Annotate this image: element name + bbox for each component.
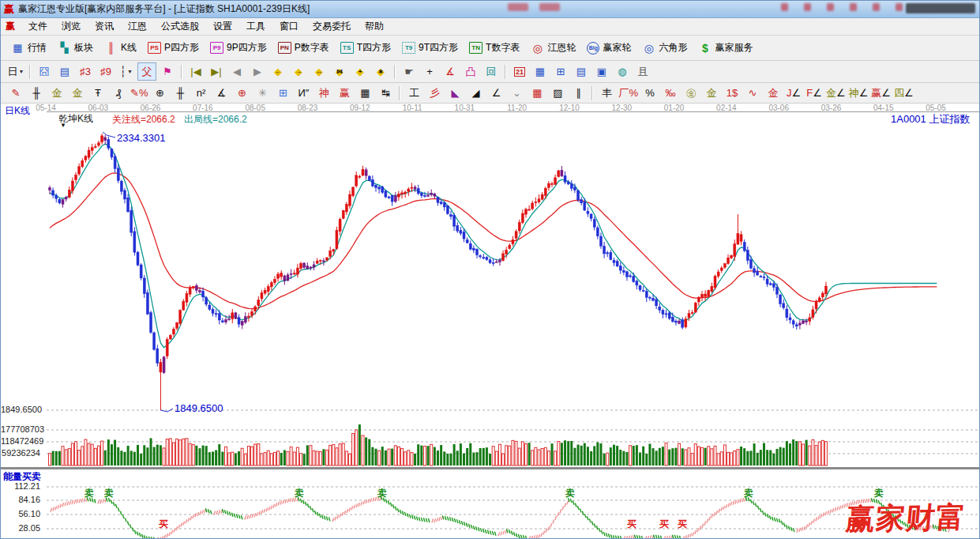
parallel-icon[interactable]: ∥ (569, 84, 588, 102)
expand-all-icon[interactable]: ◆+ (351, 62, 370, 81)
angle-tool-icon[interactable]: ∡ (212, 84, 231, 102)
zoom-left-icon[interactable]: ◆← (268, 62, 287, 81)
menu-item-工具[interactable]: 工具 (239, 18, 272, 35)
bars-9-icon[interactable]: ♯9 (96, 62, 115, 81)
shen-angle-icon[interactable]: 神∠ (848, 84, 869, 102)
p-square-button-label: P四方形 (164, 41, 199, 55)
9t-square-button[interactable]: T99T四方形 (396, 39, 464, 57)
grid-arrow-icon[interactable]: ▨ (548, 84, 567, 102)
f-angle-icon[interactable]: F∠ (805, 84, 824, 102)
percent-top-icon[interactable]: 厂% (618, 84, 639, 102)
shen-tool-icon[interactable]: 神 (314, 84, 333, 102)
web-box-icon[interactable]: ⊞ (273, 84, 292, 102)
quotes-button[interactable]: ▦行情 (6, 39, 52, 57)
gold-angle-icon[interactable]: 金∠ (825, 84, 847, 102)
span-arrow-icon[interactable]: ↹ (376, 84, 395, 102)
gold-lines2-icon[interactable]: 金 (68, 84, 87, 102)
j-angle-icon[interactable]: J∠ (784, 84, 803, 102)
spiral-tool-icon[interactable]: ₰ (109, 84, 128, 102)
crosshair-button[interactable]: + (420, 62, 439, 81)
permille-icon[interactable]: ‰ (661, 84, 680, 102)
save-button[interactable]: ▣ (592, 62, 611, 81)
calculator2-button[interactable]: ⊞ (551, 62, 570, 81)
red-grid-icon[interactable]: ▦ (528, 84, 546, 102)
fan-tool-icon[interactable]: 彡 (425, 84, 444, 102)
grid-lines-icon[interactable]: ╫ (171, 84, 190, 102)
sectors-button[interactable]: ▚板块 (52, 39, 99, 57)
drag-hand-button[interactable]: ☛ (400, 62, 419, 81)
calculator-button[interactable]: ▦ (531, 62, 550, 81)
t-table-button[interactable]: TNT数字表 (464, 39, 525, 57)
browser-button[interactable]: ◍ (613, 62, 632, 81)
gann-lines-icon[interactable]: ╫ (27, 84, 46, 102)
box-tool-icon[interactable]: 凸 (461, 62, 480, 81)
menu-item-交易委托[interactable]: 交易委托 (306, 18, 358, 35)
first-page-button[interactable]: |◀ (186, 62, 205, 81)
page-back-button[interactable]: ◀ (227, 62, 246, 81)
kline-button[interactable]: ║K线 (99, 39, 142, 57)
target-tool-icon[interactable]: ⊕ (232, 84, 251, 102)
menu-item-文件[interactable]: 文件 (21, 18, 54, 35)
n2-tool-icon[interactable]: n² (191, 84, 210, 102)
ying-tool-icon[interactable]: 赢 (335, 84, 354, 102)
gold-lines-icon[interactable]: 金 (47, 84, 66, 102)
menu-item-设置[interactable]: 设置 (206, 18, 239, 35)
brush-tool-icon[interactable]: ✎ (6, 84, 25, 102)
gold-red-icon[interactable]: 金 (764, 84, 783, 102)
winner-service-button[interactable]: $赢家服务 (693, 39, 758, 57)
fan-box-icon[interactable]: ◣ (445, 84, 464, 102)
p-table-button[interactable]: PNP数字表 (272, 39, 335, 57)
menu-item-资讯[interactable]: 资讯 (88, 18, 121, 35)
k-quote-icon[interactable]: И″ (294, 84, 313, 102)
grid123-icon[interactable]: ▦ (355, 84, 374, 102)
menu-item-江恩[interactable]: 江恩 (121, 18, 154, 35)
menu-item-帮助[interactable]: 帮助 (358, 18, 391, 35)
menu-item-公式选股[interactable]: 公式选股 (154, 18, 206, 35)
compress-h-icon[interactable]: ◆⋈ (330, 62, 349, 81)
bars-3-icon[interactable]: ♯3 (76, 62, 95, 81)
v-lines-icon[interactable]: ⌄ (507, 84, 526, 102)
kline-chart-canvas[interactable] (1, 104, 980, 539)
period-day-button[interactable]: 日▼ (6, 62, 25, 81)
9p-square-button[interactable]: P99P四方形 (205, 39, 272, 57)
kline-type-dropdown-icon[interactable]: ▼ (60, 122, 66, 129)
gold-circle-icon[interactable]: ㊎ (681, 84, 700, 102)
calendar-button[interactable]: 21 (510, 62, 529, 81)
mask-tool-icon[interactable]: 囧 (35, 62, 54, 81)
t-square-button[interactable]: TST四方形 (335, 39, 396, 57)
notes-button[interactable]: ▤ (572, 62, 591, 81)
gann-circle-icon[interactable]: ⊕ (150, 84, 169, 102)
web-tool-icon[interactable]: ✳ (253, 84, 272, 102)
fan-box2-icon[interactable]: ◢ (466, 84, 485, 102)
flag-tool-icon[interactable]: ⚑ (158, 62, 177, 81)
page-forward-button[interactable]: ▶ (248, 62, 267, 81)
frame-tool-icon[interactable]: 工 (404, 84, 423, 102)
bars-scale-icon[interactable]: 丰 (597, 84, 616, 102)
hexagon-button[interactable]: ◎六角形 (636, 39, 693, 57)
four-angle-icon[interactable]: 四∠ (893, 84, 914, 102)
menu-item-浏览[interactable]: 浏览 (54, 18, 88, 35)
angle-lines-icon[interactable]: ∠ (486, 84, 505, 102)
candle-style-button[interactable]: ┆▼ (117, 62, 136, 81)
zoom-right-icon[interactable]: ◆→ (289, 62, 308, 81)
winner-wheel-button[interactable]: Big赢家轮 (581, 39, 636, 57)
gold-line-icon[interactable]: 金 (702, 84, 721, 102)
percent-icon[interactable]: % (640, 84, 659, 102)
ying-angle-icon[interactable]: 赢∠ (870, 84, 892, 102)
fibo-lines-icon[interactable]: Ŧ (88, 84, 107, 102)
wave-tool-icon[interactable]: ∿ (743, 84, 762, 102)
titlebar-dark-badge[interactable] (906, 3, 975, 13)
gann-wheel-button[interactable]: ◎江恩轮 (525, 39, 581, 57)
dollar-brush-icon[interactable]: 1$ (723, 84, 742, 102)
brain-tool-icon[interactable]: 回 (482, 62, 501, 81)
last-page-button[interactable]: ▶| (207, 62, 226, 81)
expand-h-icon[interactable]: ◆↔ (310, 62, 329, 81)
menu-item-窗口[interactable]: 窗口 (272, 18, 306, 35)
print-button[interactable]: 且 (633, 62, 652, 81)
compress-all-icon[interactable]: ◆∗ (371, 62, 390, 81)
percent-brush-icon[interactable]: ✎% (130, 84, 148, 102)
info-panel-icon[interactable]: ▤ (55, 62, 74, 81)
p-square-button[interactable]: PSP四方形 (142, 39, 205, 57)
pattern-tool-icon[interactable]: 父 (137, 62, 156, 81)
angle-measure-button[interactable]: ∡ (441, 62, 460, 81)
